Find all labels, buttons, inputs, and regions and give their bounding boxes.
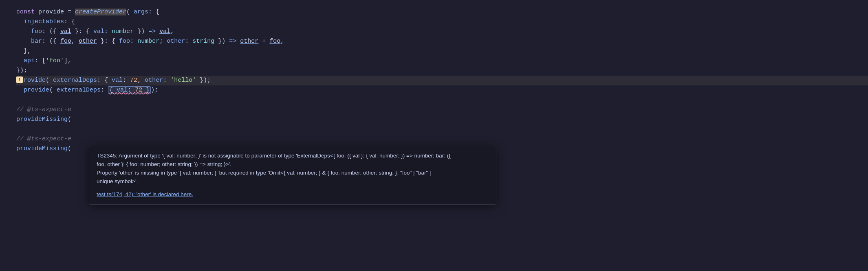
code-line-4: bar: ({ foo, other }: { foo: number; oth… — [16, 37, 868, 46]
code-line-2: injectables: { — [16, 17, 868, 27]
code-line-6: api: ['foo'], — [16, 56, 868, 66]
code-line-9: provide( externalDeps: { val: 72 }); — [16, 85, 868, 95]
code-line-7: }); — [16, 66, 868, 76]
code-line-10 — [16, 95, 868, 105]
code-area: const provide = createProvider( args: { … — [0, 7, 868, 154]
code-line-1: const provide = createProvider( args: { — [16, 7, 868, 17]
code-line-5: }, — [16, 46, 868, 56]
code-line-13 — [16, 125, 868, 134]
code-line-14: // @ts-expect-e — [16, 134, 868, 144]
code-line-3: foo: ({ val }: { val: number }) => val, — [16, 27, 868, 37]
code-line-11: // @ts-expect-e — [16, 105, 868, 115]
warning-icon — [16, 76, 23, 83]
tooltip-error-line4: unique symbol>'. — [97, 178, 138, 184]
code-line-8: rovide( externalDeps: { val: 72, other: … — [16, 76, 868, 85]
tooltip-error-line1: TS2345: Argument of type '{ val: number;… — [97, 153, 451, 159]
error-tooltip: TS2345: Argument of type '{ val: number;… — [89, 146, 496, 205]
tooltip-error-line2: foo, other }: { foo: number; other: stri… — [97, 161, 231, 167]
tooltip-error-line3: Property 'other' is missing in type '{ v… — [97, 170, 431, 176]
tooltip-error-text: TS2345: Argument of type '{ val: number;… — [97, 152, 489, 186]
editor-container: const provide = createProvider( args: { … — [0, 0, 868, 271]
tooltip-link[interactable]: test.ts(174, 42): 'other' is declared he… — [97, 190, 489, 199]
code-line-12: provideMissing( — [16, 115, 868, 125]
